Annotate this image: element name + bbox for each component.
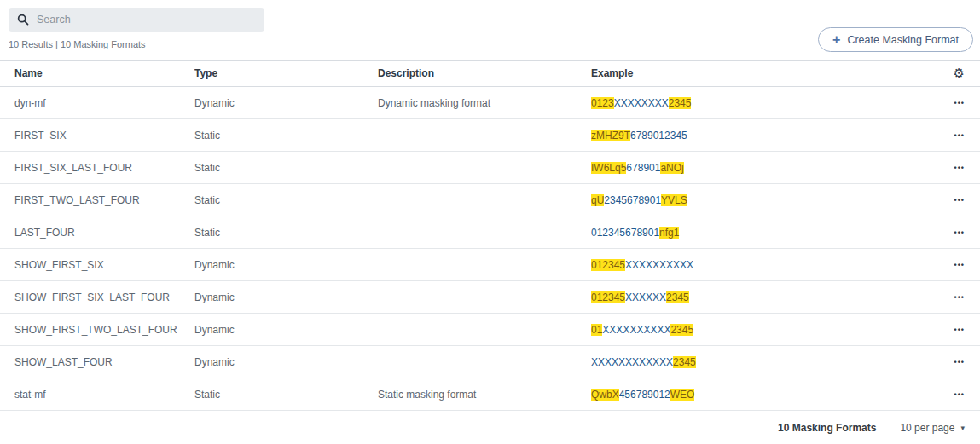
example-highlighted-segment: 2345 bbox=[673, 356, 696, 368]
cell-example: IW6Lq5678901aNOj bbox=[591, 162, 927, 174]
cell-type: Static bbox=[194, 194, 378, 206]
cell-type: Static bbox=[194, 130, 378, 141]
example-segment: XXXXXX bbox=[625, 291, 666, 303]
plus-icon: + bbox=[832, 33, 840, 47]
row-menu-ellipsis-icon[interactable]: ••• bbox=[954, 292, 965, 303]
cell-type: Dynamic bbox=[194, 291, 378, 303]
example-highlighted-segment: YVLS bbox=[661, 194, 687, 206]
table-row: LAST_FOURStatic012345678901nfg1••• bbox=[0, 216, 980, 249]
column-header-settings: ⚙ bbox=[927, 66, 965, 80]
row-actions: ••• bbox=[927, 258, 965, 271]
cell-name: SHOW_FIRST_SIX_LAST_FOUR bbox=[14, 291, 194, 303]
example-highlighted-segment: zMHZ9T bbox=[591, 130, 630, 141]
table-header: Name Type Description Example ⚙ bbox=[0, 60, 980, 87]
cell-name: dyn-mf bbox=[14, 97, 194, 109]
cell-name: LAST_FOUR bbox=[14, 227, 194, 239]
cell-type: Dynamic bbox=[194, 259, 378, 271]
column-header-type: Type bbox=[194, 67, 378, 79]
row-menu-ellipsis-icon[interactable]: ••• bbox=[954, 389, 965, 401]
example-highlighted-segment: 0123 bbox=[591, 97, 614, 109]
cell-description: Dynamic masking format bbox=[378, 97, 591, 109]
cell-type: Static bbox=[194, 162, 378, 174]
page-size-select[interactable]: 10 per page ▾ bbox=[900, 422, 965, 434]
cell-name: SHOW_FIRST_TWO_LAST_FOUR bbox=[14, 324, 194, 336]
gear-icon[interactable]: ⚙ bbox=[954, 66, 965, 79]
create-button-label: Create Masking Format bbox=[847, 34, 959, 46]
row-actions: ••• bbox=[927, 291, 965, 303]
cell-name: SHOW_FIRST_SIX bbox=[14, 259, 194, 271]
row-menu-ellipsis-icon[interactable]: ••• bbox=[954, 228, 965, 239]
table-row: FIRST_TWO_LAST_FOURStaticqU2345678901YVL… bbox=[0, 184, 980, 216]
column-header-example: Example bbox=[591, 67, 927, 79]
example-highlighted-segment: 2345 bbox=[666, 291, 689, 303]
row-menu-ellipsis-icon[interactable]: ••• bbox=[954, 98, 965, 109]
pagination-footer: 10 Masking Formats 10 per page ▾ bbox=[0, 411, 980, 444]
total-count-label: 10 Masking Formats bbox=[778, 422, 876, 434]
row-actions: ••• bbox=[927, 388, 965, 401]
cell-example: 012345XXXXXXXXXX bbox=[591, 259, 927, 271]
table-body: dyn-mfDynamicDynamic masking format0123X… bbox=[0, 87, 980, 411]
toolbar: 10 Results | 10 Masking Formats + Create… bbox=[0, 0, 980, 60]
example-segment: XXXXXXXXXX bbox=[625, 259, 693, 271]
table-row: SHOW_FIRST_TWO_LAST_FOURDynamic01XXXXXXX… bbox=[0, 314, 980, 346]
example-segment: 012345678901 bbox=[591, 227, 659, 239]
row-menu-ellipsis-icon[interactable]: ••• bbox=[954, 130, 965, 141]
table-row: stat-mfStaticStatic masking formatQwbX45… bbox=[0, 378, 980, 411]
example-segment: 678901 bbox=[626, 162, 660, 174]
table-row: FIRST_SIX_LAST_FOURStaticIW6Lq5678901aNO… bbox=[0, 152, 980, 184]
row-menu-ellipsis-icon[interactable]: ••• bbox=[954, 195, 965, 206]
example-highlighted-segment: aNOj bbox=[660, 162, 683, 174]
cell-type: Dynamic bbox=[194, 97, 378, 109]
column-header-name: Name bbox=[14, 67, 194, 79]
page-size-label: 10 per page bbox=[900, 422, 954, 434]
cell-name: FIRST_SIX_LAST_FOUR bbox=[14, 162, 194, 174]
cell-type: Dynamic bbox=[194, 324, 378, 336]
cell-type: Static bbox=[194, 389, 378, 401]
row-menu-ellipsis-icon[interactable]: ••• bbox=[954, 357, 965, 368]
row-menu-ellipsis-icon[interactable]: ••• bbox=[954, 163, 965, 174]
cell-name: FIRST_TWO_LAST_FOUR bbox=[14, 194, 194, 206]
search-box[interactable] bbox=[9, 8, 264, 32]
row-actions: ••• bbox=[927, 161, 965, 174]
example-segment: XXXXXXXXXX bbox=[602, 324, 670, 336]
example-highlighted-segment: 2345 bbox=[670, 324, 693, 336]
row-actions: ••• bbox=[927, 96, 965, 109]
cell-example: 0123XXXXXXXX2345 bbox=[591, 97, 927, 109]
example-highlighted-segment: 012345 bbox=[591, 291, 625, 303]
cell-type: Dynamic bbox=[194, 356, 378, 368]
cell-name: FIRST_SIX bbox=[14, 130, 194, 141]
cell-example: QwbX456789012WEO bbox=[591, 389, 927, 401]
example-highlighted-segment: QwbX bbox=[591, 389, 619, 401]
cell-example: zMHZ9T6789012345 bbox=[591, 130, 927, 141]
cell-name: SHOW_LAST_FOUR bbox=[14, 356, 194, 368]
example-segment: XXXXXXXX bbox=[614, 97, 669, 109]
row-actions: ••• bbox=[927, 323, 965, 336]
cell-example: XXXXXXXXXXXX2345 bbox=[591, 356, 927, 368]
example-segment: 6789012345 bbox=[630, 130, 687, 141]
example-segment: XXXXXXXXXXXX bbox=[591, 356, 673, 368]
column-header-description: Description bbox=[378, 67, 591, 79]
cell-example: 012345XXXXXX2345 bbox=[591, 291, 927, 303]
example-highlighted-segment: qU bbox=[591, 194, 604, 206]
search-icon bbox=[17, 14, 29, 26]
table-row: SHOW_LAST_FOURDynamicXXXXXXXXXXXX2345••• bbox=[0, 346, 980, 378]
table-row: SHOW_FIRST_SIX_LAST_FOURDynamic012345XXX… bbox=[0, 281, 980, 314]
row-menu-ellipsis-icon[interactable]: ••• bbox=[954, 325, 965, 336]
table-row: SHOW_FIRST_SIXDynamic012345XXXXXXXXXX••• bbox=[0, 249, 980, 281]
example-highlighted-segment: 012345 bbox=[591, 259, 625, 271]
row-actions: ••• bbox=[927, 226, 965, 239]
create-masking-format-button[interactable]: + Create Masking Format bbox=[818, 27, 973, 52]
cell-example: 012345678901nfg1 bbox=[591, 227, 927, 239]
example-highlighted-segment: 01 bbox=[591, 324, 602, 336]
table-row: FIRST_SIXStaticzMHZ9T6789012345••• bbox=[0, 119, 980, 152]
cell-type: Static bbox=[194, 227, 378, 239]
search-input[interactable] bbox=[37, 14, 256, 26]
example-segment: 2345678901 bbox=[604, 194, 661, 206]
row-menu-ellipsis-icon[interactable]: ••• bbox=[954, 260, 965, 271]
example-highlighted-segment: WEO bbox=[670, 389, 695, 401]
example-highlighted-segment: 2345 bbox=[669, 97, 692, 109]
example-segment: 456789012 bbox=[619, 389, 670, 401]
cell-name: stat-mf bbox=[14, 389, 194, 401]
example-highlighted-segment: IW6Lq5 bbox=[591, 162, 626, 174]
cell-description: Static masking format bbox=[378, 389, 591, 401]
